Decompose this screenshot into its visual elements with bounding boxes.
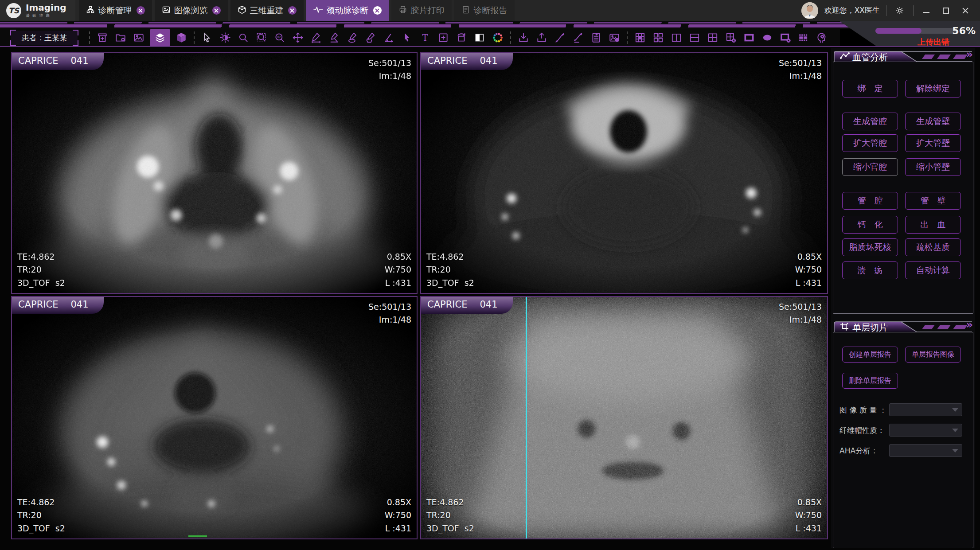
close-icon[interactable] [288,6,297,15]
collapse-chevron-icon[interactable]: » [966,319,973,331]
tab-film-print[interactable]: 胶片打印 [391,0,452,21]
patient-selector[interactable]: 患者：王某某 [11,31,78,45]
settings-gear-icon[interactable] [893,4,907,18]
text-tool-icon[interactable]: T [418,30,432,45]
calcification-button[interactable]: 钙 化 [842,216,898,234]
bind-button[interactable]: 绑 定 [842,80,898,98]
viewport-top-left[interactable]: CAPRICE041 Se:501/13Im:1/48 TE:4.862TR:2… [11,52,418,294]
roi-box-icon[interactable] [436,30,450,45]
upload-progress-bar [875,28,958,34]
collapse-chevron-icon[interactable]: » [966,48,973,61]
enlarge-lumen-button[interactable]: 扩大管腔 [842,134,898,152]
maximize-button[interactable] [939,4,953,17]
layout-vsplit-icon[interactable] [669,30,683,45]
layout-grid9-icon[interactable] [633,30,647,45]
lumen-button[interactable]: 管 腔 [842,192,898,210]
close-icon[interactable] [373,6,382,15]
tab-label: 胶片打印 [411,5,445,16]
close-window-button[interactable] [959,4,972,17]
rotate-icon[interactable] [454,30,469,45]
draw-polygon-icon[interactable] [363,30,378,45]
angle-protractor-icon[interactable] [382,30,396,45]
export-icon[interactable] [535,30,549,45]
layout-close-icon[interactable] [724,30,738,45]
layout-quad-icon[interactable] [651,30,665,45]
hemorrhage-button[interactable]: 出 血 [905,216,961,234]
slice-position-marker [188,535,207,537]
photo-gallery-icon[interactable] [132,30,146,45]
window-level-icon[interactable] [218,30,232,45]
create-slice-report-button[interactable]: 创建单层报告 [842,347,898,363]
tab-diagnosis-management[interactable]: 诊断管理 [79,0,152,21]
viewport-bottom-right[interactable]: CAPRICE041 Se:501/13Im:1/48 TE:4.862TR:2… [420,296,828,539]
ulcer-button[interactable]: 溃 疡 [842,261,898,279]
cursor-icon[interactable] [200,30,214,45]
pseudocolor-icon[interactable] [491,30,505,45]
close-icon[interactable] [137,6,145,15]
folder-open-add-icon[interactable] [113,30,128,45]
avatar[interactable] [801,2,818,19]
toolbar-separator [194,31,195,44]
shape-rect-icon[interactable] [742,30,756,45]
draw-ellipse-icon[interactable] [345,30,359,45]
invert-icon[interactable] [472,30,487,45]
archive-add-icon[interactable] [95,30,109,45]
close-icon[interactable] [212,6,221,15]
viewport-bottom-left[interactable]: CAPRICE041 Se:501/13Im:1/48 TE:4.862TR:2… [11,296,418,539]
zoom-region-icon[interactable] [254,30,269,45]
minimize-button[interactable] [920,4,933,17]
image-quality-dropdown[interactable] [889,403,962,416]
generate-lumen-button[interactable]: 生成管腔 [842,113,898,130]
app-logo: TS Imaging 清影华康 [0,0,75,21]
delete-slice-report-button[interactable]: 删除单层报告 [842,373,898,389]
wall-button[interactable]: 管 壁 [905,192,961,210]
tab-diagnosis-report[interactable]: 诊断报告 [454,0,515,21]
fibrous-cap-dropdown[interactable] [889,424,962,437]
tab-image-browse[interactable]: 图像浏览 [155,0,228,21]
layout-grid4-icon[interactable] [706,30,720,45]
tab-carotid-diagnosis[interactable]: 颈动脉诊断 [306,0,389,21]
aha-analysis-dropdown[interactable] [889,444,962,457]
enlarge-wall-button[interactable]: 扩大管壁 [905,134,961,152]
loose-matrix-button[interactable]: 疏松基质 [905,238,961,256]
main-tab-bar: 诊断管理 图像浏览 三维重建 颈动脉诊断 胶片打印 [79,0,515,21]
ai-head-icon[interactable] [815,30,829,45]
shape-rect-close-icon[interactable] [778,30,793,45]
series-badge: CAPRICE041 [420,296,513,314]
tab-3d-reconstruction[interactable]: 三维重建 [230,0,304,21]
slice-report-image-button[interactable]: 单层报告图像 [905,347,961,363]
pointer-icon[interactable] [400,30,414,45]
tab-label: 诊断管理 [98,5,132,16]
auto-calculate-button[interactable]: 自动计算 [905,261,961,279]
toolbar-separator [627,31,628,44]
layers-icon[interactable] [150,29,170,46]
measure-length-icon[interactable] [309,30,323,45]
shrink-lumen-button[interactable]: 缩小官腔 [842,158,898,176]
snapshot-icon[interactable] [607,30,621,45]
crosshair-line[interactable] [526,297,527,538]
lipid-core-button[interactable]: 脂质坏死核 [842,238,898,256]
acquisition-info: TE:4.862TR:203D_TOF s2 [17,496,65,535]
viewport-top-right[interactable]: CAPRICE041 Se:501/13Im:1/48 TE:4.862TR:2… [420,52,828,294]
shape-ellipse-icon[interactable] [760,30,774,45]
generate-wall-button[interactable]: 生成管壁 [905,113,961,130]
series-info: Se:501/13Im:1/48 [368,300,411,327]
pan-icon[interactable] [291,30,305,45]
zoom-x2-icon[interactable]: X2 [273,30,287,45]
decorative-stripe-band [0,21,980,29]
series-info: Se:501/13Im:1/48 [779,300,822,327]
layout-hsplit-icon[interactable] [687,30,702,45]
viewer-workspace: CAPRICE041 Se:501/13Im:1/48 TE:4.862TR:2… [0,47,980,550]
brush-underline-icon[interactable] [571,30,585,45]
shrink-wall-button[interactable]: 缩小管壁 [905,158,961,176]
cine-film-icon[interactable] [796,30,811,45]
divider [913,5,914,16]
import-icon[interactable] [516,30,531,45]
cube-3d-icon[interactable] [174,30,188,45]
welcome-text: 欢迎您，XX医生 [824,5,880,16]
report-doc-icon[interactable] [589,30,603,45]
zoom-icon[interactable] [236,30,250,45]
measure-angle-icon[interactable] [327,30,341,45]
unbind-button[interactable]: 解除绑定 [905,80,961,98]
brush-icon[interactable] [553,30,567,45]
